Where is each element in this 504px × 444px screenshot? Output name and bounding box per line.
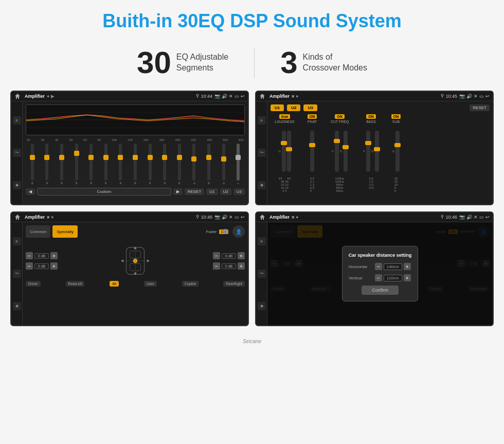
dialog-horizontal-plus[interactable]: + xyxy=(404,263,411,270)
sidebar-vol-icon-2[interactable]: ◈ xyxy=(258,181,266,189)
driver-btn[interactable]: Driver xyxy=(26,281,41,287)
watermark: Seicane xyxy=(0,336,504,346)
common-tab[interactable]: Common xyxy=(26,225,50,238)
dialog-horizontal-minus[interactable]: − xyxy=(375,263,382,270)
svg-point-24 xyxy=(441,215,443,217)
vol-plus-rb[interactable]: + xyxy=(238,262,245,270)
crossover-reset-btn[interactable]: RESET xyxy=(470,104,490,111)
loudness-slider-2[interactable] xyxy=(287,131,291,172)
vol-val-lb: 0 dB xyxy=(34,263,49,269)
eq-u3-btn[interactable]: U3 xyxy=(233,188,245,195)
cutfreq-on-badge: ON xyxy=(335,114,345,119)
sidebar-vol-icon-3[interactable]: ◈ xyxy=(13,302,21,310)
loudness-slider-1[interactable] xyxy=(282,131,286,172)
eq-slider-7[interactable]: 0 xyxy=(129,144,142,185)
user-avatar-3[interactable]: 👤 xyxy=(232,225,245,238)
vol-row-left-top: − 0 dB + xyxy=(26,252,58,259)
specialty-tab[interactable]: Specialty xyxy=(52,225,77,238)
app-name-1: Amplifier xyxy=(25,94,45,99)
vol-plus-lb[interactable]: + xyxy=(50,262,58,270)
right-volumes: − 0 dB + − 0 dB + xyxy=(213,252,245,270)
vol-minus-lt[interactable]: − xyxy=(26,252,33,259)
svg-marker-0 xyxy=(15,94,20,99)
sidebar-vol-icon[interactable]: ◈ xyxy=(13,181,21,189)
eq-sliders: 0 0 0 5 0 xyxy=(26,144,245,185)
sidebar-eq-icon-3[interactable]: ≡ xyxy=(13,237,21,245)
bass-label: BASS xyxy=(366,120,376,123)
eq-slider-5[interactable]: 0 xyxy=(99,144,113,185)
dialog-vertical-minus[interactable]: − xyxy=(375,274,382,281)
vol-plus-rt[interactable]: + xyxy=(238,252,245,259)
eq-slider-1[interactable]: 0 xyxy=(41,144,54,185)
eq-sidebar: ≡ 〜 ◈ xyxy=(11,101,23,204)
bass-slider-2[interactable] xyxy=(375,131,379,172)
status-icons-3: 📷 🔊 ✕ ▭ ↩ xyxy=(214,215,245,220)
eq-u1-btn[interactable]: U1 xyxy=(206,188,218,195)
location-icon-4 xyxy=(440,215,444,219)
user-btn[interactable]: User xyxy=(144,281,157,287)
eq-slider-6[interactable]: 0 xyxy=(114,144,128,185)
stat-eq: 30 EQ Adjustable Segments xyxy=(111,45,254,80)
sidebar-wave-icon[interactable]: 〜 xyxy=(13,149,21,157)
dialog-confirm-btn[interactable]: Confirm xyxy=(362,286,399,295)
vol-val-rt: 0 dB xyxy=(222,253,236,259)
status-icons-4: 📷 🔊 ✕ ▭ ↩ xyxy=(459,215,490,220)
crossover-content: ≡ 〜 ◈ U1 U2 U3 RESET true LOUDNESS xyxy=(256,101,493,204)
eq-slider-10[interactable]: 0 xyxy=(173,144,186,185)
eq-back-btn[interactable]: ◀ xyxy=(26,188,35,195)
bass-on-badge: ON xyxy=(366,114,376,119)
sidebar-wave-icon-3[interactable]: 〜 xyxy=(13,270,21,278)
cutfreq-slider-1[interactable] xyxy=(335,131,339,172)
eq-slider-0[interactable]: 0 xyxy=(26,144,39,185)
fader-label: Fader xyxy=(206,229,217,234)
crossover-u3-btn[interactable]: U3 xyxy=(303,104,317,111)
cutfreq-slider-2[interactable] xyxy=(344,131,348,172)
eq-slider-9[interactable]: 0 xyxy=(158,144,171,185)
vol-plus-lt[interactable]: + xyxy=(50,252,58,259)
crossover-cols-container: true LOUDNESS G 6464 48 4832 3216 160 0 xyxy=(271,114,490,192)
distance-content: ≡ 〜 ◈ Common Specialty Fader ON 👤 xyxy=(256,222,493,325)
eq-slider-11[interactable]: -1 xyxy=(188,144,201,185)
crossover-u2-btn[interactable]: U2 xyxy=(287,104,300,111)
speaker-content: ≡ 〜 ◈ Common Specialty Fader ON xyxy=(11,222,248,325)
dialog-title: Car speaker distance setting xyxy=(349,253,412,258)
bass-slider-1[interactable] xyxy=(366,131,370,172)
sidebar-eq-icon[interactable]: ≡ xyxy=(13,116,21,125)
eq-slider-3[interactable]: 5 xyxy=(70,144,83,185)
eq-play-btn[interactable]: ▶ xyxy=(173,188,183,195)
all-btn[interactable]: All xyxy=(110,281,119,287)
loudness-sliders: G xyxy=(278,126,291,177)
copilot-btn[interactable]: Copilot xyxy=(182,281,199,287)
vol-minus-rb[interactable]: − xyxy=(213,262,220,270)
eq-main: 253240506380100125160200250320400500630 … xyxy=(23,101,248,204)
rearleft-btn[interactable]: RearLeft xyxy=(66,281,85,287)
sidebar-wave-icon-2[interactable]: 〜 xyxy=(258,149,266,157)
sidebar-eq-icon-4[interactable]: ≡ xyxy=(258,237,266,245)
rearright-btn[interactable]: RearRight xyxy=(223,281,245,287)
status-dot-2: ■ ● xyxy=(292,94,298,99)
eq-slider-12[interactable]: 0 xyxy=(202,144,215,185)
eq-slider-8[interactable]: 0 xyxy=(143,144,157,185)
eq-slider-13[interactable]: -1 xyxy=(217,144,230,185)
sidebar-eq-icon-2[interactable]: ≡ xyxy=(258,116,266,125)
speaker-mode-tabs: Common Specialty Fader ON 👤 xyxy=(26,225,245,238)
cutfreq-g-label: G xyxy=(340,150,343,153)
status-bar-4: Amplifier ■ ● 10:46 📷 🔊 ✕ ▭ ↩ xyxy=(256,212,493,222)
sidebar-vol-icon-4[interactable]: ◈ xyxy=(258,302,266,310)
sub-slider-1[interactable] xyxy=(395,131,400,172)
dialog-vertical-row: Vertical − 110cm + xyxy=(349,274,412,281)
vol-minus-lb[interactable]: − xyxy=(26,262,33,270)
bass-f-label: F xyxy=(363,150,365,153)
sidebar-wave-icon-4[interactable]: 〜 xyxy=(258,270,266,278)
screens-grid: Amplifier ● ▶ 10:44 📷 🔊 ✕ ▭ ↩ ≡ 〜 ◈ xyxy=(0,91,504,336)
vol-minus-rt[interactable]: − xyxy=(213,252,220,259)
vol-row-left-bottom: − 0 dB + xyxy=(26,262,58,270)
eq-slider-14[interactable]: » xyxy=(231,144,245,185)
dialog-vertical-plus[interactable]: + xyxy=(404,274,411,281)
eq-reset-btn[interactable]: RESET xyxy=(185,188,205,195)
crossover-u1-btn[interactable]: U1 xyxy=(271,104,284,111)
eq-slider-2[interactable]: 0 xyxy=(55,144,68,185)
phat-slider-1[interactable] xyxy=(310,131,314,172)
eq-u2-btn[interactable]: U2 xyxy=(220,188,231,195)
eq-slider-4[interactable]: 0 xyxy=(84,144,98,185)
